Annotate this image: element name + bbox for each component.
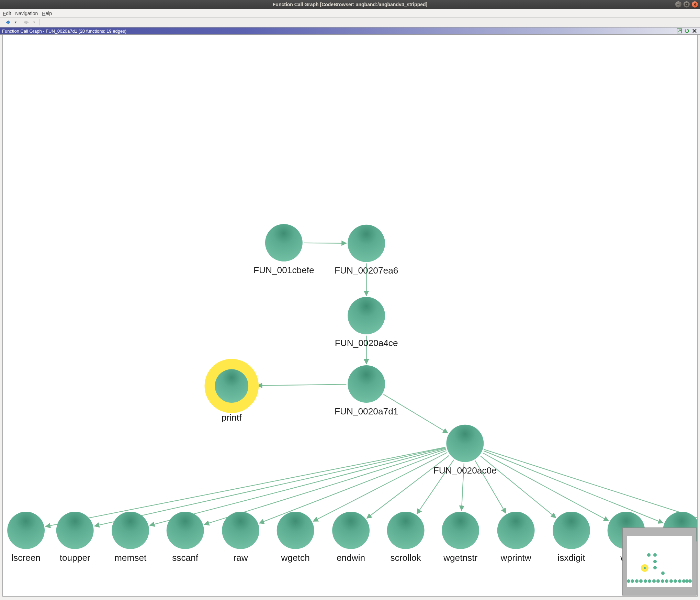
svg-point-24 — [553, 512, 590, 549]
graph-node-label: toupper — [60, 553, 90, 563]
minimap-node — [653, 566, 657, 569]
maximize-button[interactable] — [684, 1, 690, 8]
svg-point-23 — [497, 512, 535, 549]
svg-point-15 — [56, 512, 94, 549]
graph-edge — [304, 243, 347, 243]
svg-point-17 — [167, 512, 204, 549]
svg-point-8 — [348, 225, 385, 262]
graph-node[interactable]: FUN_0020a7d1 — [335, 365, 398, 416]
svg-point-12 — [215, 369, 249, 403]
graph-node[interactable]: FUN_001cbefe — [253, 224, 314, 275]
panel-navigate-button[interactable] — [676, 28, 683, 34]
graph-node[interactable]: isxdigit — [553, 512, 590, 563]
window-titlebar: Function Call Graph [CodeBrowser: angban… — [0, 0, 700, 9]
minimap-node — [648, 579, 651, 583]
panel-close-button[interactable] — [691, 28, 698, 34]
minimap-node — [674, 579, 677, 583]
graph-node-label: sscanf — [172, 553, 199, 563]
close-button[interactable] — [692, 1, 698, 8]
panel-header: Function Call Graph - FUN_0020a7d1 (20 f… — [0, 27, 700, 35]
graph-node[interactable]: scrollok — [387, 512, 425, 563]
svg-point-10 — [348, 365, 385, 403]
minimap-node — [643, 566, 646, 570]
graph-node[interactable]: toupper — [56, 512, 94, 563]
svg-point-16 — [112, 512, 149, 549]
minimap-node — [656, 579, 660, 583]
menu-navigation[interactable]: Navigation — [15, 11, 38, 16]
graph-node[interactable]: wgetch — [277, 512, 314, 563]
graph-node-label: FUN_001cbefe — [253, 265, 314, 275]
graph-canvas[interactable]: FUN_001cbefeFUN_00207ea6FUN_0020a4ceFUN_… — [2, 35, 698, 597]
graph-node-label: isxdigit — [557, 553, 585, 563]
svg-point-21 — [387, 512, 425, 549]
minimap-node — [652, 579, 656, 583]
minimap-node — [627, 579, 630, 583]
graph-minimap[interactable] — [622, 527, 697, 596]
graph-node-label: lscreen — [11, 553, 41, 563]
minimap-node — [653, 553, 657, 557]
graph-edge — [313, 453, 447, 521]
minimap-node — [678, 579, 681, 583]
svg-point-14 — [7, 512, 45, 549]
nav-forward-button[interactable] — [22, 19, 31, 26]
minimap-node — [661, 579, 664, 583]
refresh-icon — [684, 28, 690, 34]
navigate-in-icon — [677, 28, 682, 34]
graph-node-label: FUN_0020a7d1 — [335, 406, 398, 416]
arrow-right-icon — [23, 20, 30, 25]
close-icon — [692, 29, 697, 33]
menubar: Edit Navigation Help — [0, 9, 700, 18]
minimap-node — [631, 579, 634, 583]
minimap-node — [669, 579, 673, 583]
graph-node-label: FUN_0020ac0e — [433, 465, 497, 476]
svg-point-7 — [265, 224, 303, 262]
graph-node-label: scrollok — [391, 553, 421, 563]
graph-edge — [367, 455, 449, 518]
graph-edge — [94, 448, 445, 526]
graph-node-label: wprintw — [500, 553, 532, 563]
minimap-node — [644, 579, 647, 583]
svg-point-13 — [446, 425, 484, 462]
graph-node-label: endwin — [337, 553, 365, 563]
minimap-node — [665, 579, 668, 583]
toolbar-separator — [39, 19, 39, 25]
minimap-node — [653, 560, 657, 563]
minimap-node — [639, 579, 643, 583]
graph-node[interactable]: raw — [222, 512, 259, 563]
graph-node[interactable]: printf — [205, 359, 259, 423]
graph-node[interactable]: lscreen — [7, 512, 45, 563]
window-title: Function Call Graph [CodeBrowser: angban… — [273, 2, 427, 7]
graph-edge — [483, 453, 609, 521]
graph-node[interactable]: FUN_0020a4ce — [335, 297, 398, 348]
nav-forward-dropdown[interactable]: ▼ — [33, 21, 36, 24]
minimap-node — [647, 553, 651, 557]
graph-node[interactable]: sscanf — [167, 512, 204, 563]
graph-node-label: memset — [114, 553, 147, 563]
menu-help[interactable]: Help — [42, 11, 52, 16]
svg-point-22 — [442, 512, 479, 549]
graph-node-label: FUN_00207ea6 — [335, 265, 398, 276]
graph-node-label: printf — [222, 412, 242, 423]
graph-node-label: wgetch — [281, 553, 310, 563]
window-controls — [675, 1, 698, 8]
svg-point-18 — [222, 512, 259, 549]
graph-edge — [257, 384, 346, 386]
graph-node-label: wgetnstr — [443, 553, 478, 563]
menu-edit[interactable]: Edit — [3, 11, 11, 16]
graph-node[interactable]: endwin — [332, 512, 370, 563]
graph-node[interactable]: wprintw — [497, 512, 535, 563]
panel-title: Function Call Graph - FUN_0020a7d1 (20 f… — [2, 29, 126, 34]
graph-node[interactable]: FUN_00207ea6 — [335, 225, 398, 276]
graph-node[interactable]: wgetnstr — [442, 512, 479, 563]
minimap-node — [661, 571, 665, 575]
nav-back-button[interactable] — [3, 19, 12, 26]
panel-refresh-button[interactable] — [684, 28, 690, 34]
graph-node-label: FUN_0020a4ce — [335, 338, 398, 348]
nav-back-dropdown[interactable]: ▼ — [14, 21, 17, 24]
svg-point-9 — [348, 297, 385, 334]
svg-rect-1 — [686, 3, 688, 5]
graph-node-label: raw — [233, 553, 248, 563]
graph-node[interactable]: memset — [112, 512, 149, 563]
svg-point-20 — [332, 512, 370, 549]
minimize-button[interactable] — [675, 1, 681, 8]
